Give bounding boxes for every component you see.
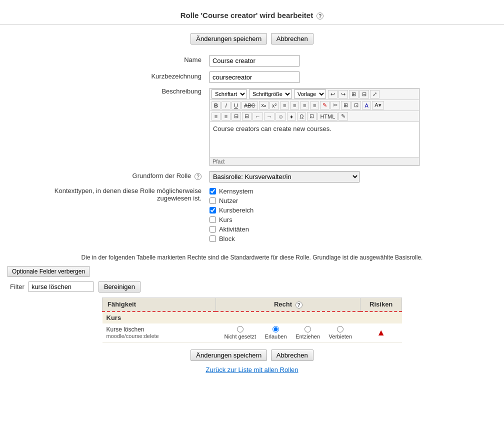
checkbox-kursbereich: Kursbereich [210, 206, 450, 214]
editor-pfad-label: Pfad: [212, 158, 226, 164]
checkbox-nutzer-input[interactable] [210, 198, 216, 204]
info-text: Die in der folgenden Tabelle markierten … [0, 254, 504, 261]
radio-forbid[interactable]: Verbieten [329, 326, 352, 340]
editor-strikethrough-btn[interactable]: ABC [242, 102, 258, 110]
schriftgroesse-select[interactable]: Schriftgröße [249, 90, 292, 98]
cancel-button-top[interactable]: Abbrechen [271, 33, 314, 44]
kontexttypen-label: Kontexttypen, in denen diese Rolle mögli… [50, 185, 206, 247]
editor-bold-btn[interactable]: B [212, 102, 220, 110]
editor-table-btn[interactable]: ⊞ [341, 101, 350, 110]
checkbox-kurs-input[interactable] [210, 216, 216, 223]
editor-superscript-btn[interactable]: x² [270, 102, 279, 110]
radio-not-set[interactable]: Nicht gesetzt [224, 326, 256, 340]
editor-underline-btn[interactable]: U [232, 102, 240, 110]
name-input[interactable] [210, 55, 300, 66]
editor-undo-btn[interactable]: ↩ [328, 90, 338, 98]
perm-risk-cell: ▲ [360, 324, 402, 342]
editor-align-justify-btn[interactable]: ≡ [310, 102, 319, 110]
col-recht-text: Recht [274, 300, 292, 308]
grundform-label: Grundform der Rolle ? [50, 168, 206, 185]
grundform-label-text: Grundform der Rolle [132, 172, 192, 180]
editor-unorderedlist-btn[interactable]: ≡ [212, 112, 220, 120]
save-button-bottom[interactable]: Änderungen speichern [190, 350, 267, 361]
checkbox-kernsystem-input[interactable] [210, 188, 216, 194]
optionale-felder-btn[interactable]: Optionale Felder verbergen [8, 266, 90, 277]
col-faehigkeit-header: Fähigkeit [102, 298, 216, 312]
radio-deny-label: Entziehen [296, 334, 320, 340]
radio-deny[interactable]: Entziehen [296, 326, 320, 340]
perm-radio-cell: Nicht gesetzt Erlauben Entziehen [216, 324, 360, 342]
radio-allow-label: Erlauben [265, 334, 287, 340]
kontexttypen-label2-text: zugewiesen ist. [157, 194, 202, 202]
save-button-top[interactable]: Änderungen speichern [190, 33, 267, 44]
radio-allow[interactable]: Erlauben [265, 326, 287, 340]
editor-blockquote-btn[interactable]: ⊡ [307, 112, 316, 120]
name-label: Name [50, 52, 206, 69]
editor-italic-btn[interactable]: I [222, 102, 230, 110]
editor-orderedlist-btn[interactable]: ≡ [222, 112, 230, 120]
bereinigen-btn[interactable]: Bereinigen [98, 281, 140, 292]
category-kurs: Kurs [102, 312, 402, 324]
schriftart-select[interactable]: Schriftart [212, 90, 247, 98]
page-help-icon[interactable]: ? [316, 12, 324, 20]
editor-redo-btn[interactable]: ↪ [338, 90, 348, 98]
radio-forbid-input[interactable] [337, 326, 344, 332]
editor-align-center-btn[interactable]: ≡ [290, 102, 299, 110]
editor-redo2-btn[interactable]: → [264, 112, 274, 120]
editor-image-btn[interactable]: ⊡ [352, 101, 361, 110]
editor-container: Schriftart Schriftgröße Vorlage ↩ ↪ ⊞ ⊟ … [210, 88, 420, 166]
editor-footer: Pfad: [210, 157, 419, 166]
risk-warning-icon: ▲ [376, 328, 386, 338]
checkbox-aktivitaeten-input[interactable] [210, 226, 216, 232]
editor-fontcolor-btn[interactable]: A [362, 102, 371, 110]
radio-not-set-label: Nicht gesetzt [224, 334, 256, 340]
back-link[interactable]: Zurück zur Liste mit allen Rollen [0, 366, 504, 374]
perm-name-cell: Kurse löschen moodle/course:delete [102, 324, 216, 342]
beschreibung-label: Beschreibung [50, 86, 206, 168]
checkbox-block-input[interactable] [210, 236, 216, 242]
bottom-btn-row: Änderungen speichern Abbrechen [0, 350, 504, 361]
editor-indent-btn[interactable]: ⊟ [242, 112, 252, 120]
editor-color-btn[interactable]: ✎ [320, 101, 330, 110]
filter-input[interactable] [28, 282, 94, 292]
editor-align-right-btn[interactable]: ≡ [300, 102, 309, 110]
main-form: Name Kurzbezeichnung Beschreibung Schrif… [50, 52, 454, 247]
cancel-button-bottom[interactable]: Abbrechen [271, 350, 314, 361]
vorlage-select[interactable]: Vorlage [294, 90, 326, 98]
radio-allow-input[interactable] [272, 326, 279, 332]
editor-subscript-btn[interactable]: x₂ [259, 101, 269, 110]
checkbox-nutzer-label: Nutzer [219, 197, 238, 204]
editor-fullscreen-btn[interactable]: ⤢ [370, 90, 380, 98]
editor-bgcolor-btn[interactable]: A▾ [372, 101, 384, 110]
grundform-select[interactable]: Basisrolle: Kursverwalter/in [210, 171, 360, 182]
checkbox-block-label: Block [219, 235, 235, 242]
radio-deny-input[interactable] [304, 326, 311, 332]
editor-charmap-btn[interactable]: Ω [297, 112, 306, 120]
checkbox-aktivitaeten-label: Aktivitäten [219, 226, 249, 233]
editor-html-btn[interactable]: HTML [318, 112, 338, 120]
checkbox-kernsystem: Kernsystem [210, 188, 450, 195]
grundform-help-icon[interactable]: ? [194, 173, 202, 180]
radio-forbid-label: Verbieten [329, 334, 352, 340]
editor-outdent-btn[interactable]: ⊟ [232, 112, 241, 120]
editor-content[interactable]: Course creators can create new courses. [210, 122, 419, 157]
editor-find-btn[interactable]: ⊞ [349, 90, 358, 98]
radio-not-set-input[interactable] [237, 326, 244, 332]
kontexttypen-checkboxes: Kernsystem Nutzer Kursbereich Kurs Aktiv… [206, 185, 454, 247]
editor-emoticon-btn[interactable]: ☺ [276, 112, 286, 120]
editor-special-btn[interactable]: ♦ [287, 112, 296, 120]
optionale-felder-section: Optionale Felder verbergen [0, 266, 504, 277]
kurzbezeichnung-input[interactable] [210, 72, 300, 83]
recht-help-icon[interactable]: ? [296, 302, 302, 308]
checkbox-kursbereich-input[interactable] [210, 207, 216, 214]
checkbox-aktivitaeten: Aktivitäten [210, 226, 450, 233]
editor-align-left-btn[interactable]: ≡ [280, 102, 289, 110]
editor-highlight-btn[interactable]: ✂ [330, 101, 340, 110]
col-recht-header: Recht ? [216, 298, 360, 312]
editor-replace-btn[interactable]: ⊟ [360, 90, 369, 98]
editor-link-btn[interactable]: ✎ [338, 112, 348, 120]
perm-code: moodle/course:delete [106, 333, 212, 339]
editor-undo2-btn[interactable]: ← [252, 112, 263, 120]
checkbox-kernsystem-label: Kernsystem [219, 188, 254, 195]
filter-label: Filter [10, 283, 24, 290]
